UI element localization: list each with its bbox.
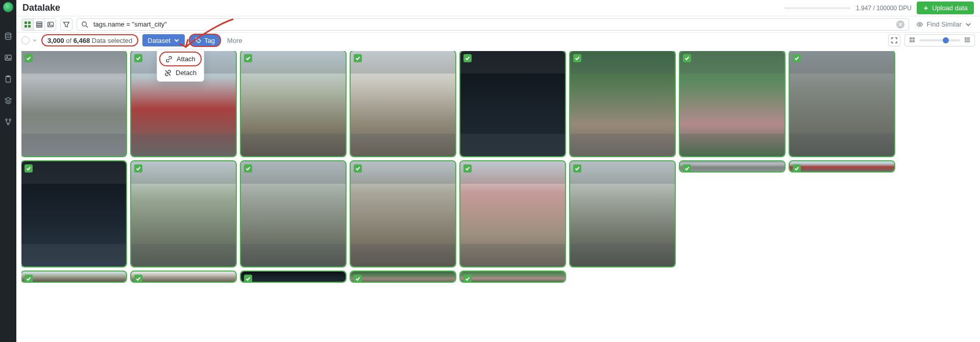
more-button[interactable]: More [225,37,244,44]
card-checkbox[interactable] [244,54,252,62]
gallery-card[interactable] [241,51,346,156]
toolbar-row: 3,000 of 6,468 Data selected Dataset Tag… [16,33,980,48]
card-checkbox[interactable] [354,164,362,173]
gallery-card[interactable] [790,161,894,172]
gallery-card[interactable] [131,161,236,266]
svg-rect-10 [24,25,27,28]
svg-rect-32 [968,41,970,42]
gallery-card[interactable] [460,161,565,266]
find-similar-button[interactable]: Find Similar [913,20,975,28]
card-checkbox[interactable] [244,275,252,282]
svg-rect-30 [965,41,966,42]
tag-attach-item[interactable]: Attach [159,52,202,66]
gallery-card[interactable] [241,272,346,282]
zoom-large-icon[interactable] [964,36,970,45]
gallery-card[interactable] [790,51,894,156]
tag-button-label: Tag [204,37,215,44]
card-checkbox[interactable] [24,164,33,173]
selection-count-pill: 3,000 of 6,468 Data selected [41,34,138,46]
card-checkbox[interactable] [573,54,581,62]
svg-rect-24 [965,37,966,39]
gallery-card[interactable] [241,161,346,266]
nav-image-icon[interactable] [4,53,13,62]
svg-rect-9 [28,21,31,24]
nav-branch-icon[interactable] [4,117,13,127]
card-checkbox[interactable] [683,54,691,62]
fullscreen-button[interactable] [888,34,900,46]
card-checkbox[interactable] [463,54,472,62]
filter-button[interactable] [60,18,72,31]
thumbnail-size-control [904,34,975,46]
gallery-card[interactable] [570,51,675,156]
top-bar: Datalake 1.947 / 100000 DPU Upload data [16,0,980,16]
dpu-usage-text: 1.947 / 100000 DPU [856,5,912,12]
tag-detach-item[interactable]: Detach [159,66,202,79]
view-mode-toggle [21,18,56,31]
zoom-small-icon[interactable] [909,36,915,45]
card-checkbox[interactable] [244,164,252,173]
gallery-card[interactable] [21,272,126,282]
left-nav-rail [0,0,16,342]
card-checkbox[interactable] [134,275,142,282]
svg-point-19 [197,39,198,40]
svg-rect-26 [968,37,970,39]
gallery-card[interactable] [460,272,565,282]
nav-layers-icon[interactable] [4,96,13,105]
tag-button[interactable]: Tag [189,34,221,47]
svg-rect-22 [910,40,912,43]
card-checkbox[interactable] [463,164,472,173]
gallery-card[interactable] [131,272,236,282]
gallery-card[interactable] [570,161,675,266]
gallery-card[interactable] [351,161,455,266]
select-all-toggle[interactable] [21,36,30,44]
gallery-card[interactable] [680,161,785,172]
thumbnail-size-slider[interactable] [919,39,960,41]
svg-point-18 [919,23,921,25]
card-checkbox[interactable] [683,164,691,172]
tag-attach-label: Attach [177,55,195,63]
search-row: Find Similar [16,16,980,33]
search-input[interactable] [92,20,892,29]
svg-point-16 [49,23,50,24]
upload-data-button[interactable]: Upload data [917,2,974,14]
dataset-button[interactable]: Dataset [142,34,185,46]
card-checkbox[interactable] [573,164,581,173]
selection-count: 3,000 [47,37,64,44]
card-checkbox[interactable] [24,54,33,62]
card-checkbox[interactable] [24,275,33,282]
dpu-usage-bar [785,7,851,9]
card-checkbox[interactable] [793,164,801,172]
view-list-button[interactable] [33,19,44,30]
gallery-card[interactable] [460,51,565,156]
svg-rect-14 [36,26,42,28]
tag-detach-label: Detach [176,69,197,77]
search-icon [81,21,88,28]
gallery-card[interactable] [351,272,455,282]
search-clear-button[interactable] [896,20,904,29]
gallery-card[interactable] [351,51,455,156]
card-checkbox[interactable] [463,275,472,282]
svg-point-17 [82,21,86,26]
card-checkbox[interactable] [354,54,362,62]
upload-data-label: Upload data [932,4,968,12]
gallery-card[interactable] [680,51,785,156]
svg-rect-27 [965,39,966,41]
view-grid-button[interactable] [22,19,33,30]
select-all-menu[interactable] [32,38,37,43]
selection-total: 6,468 [74,37,90,44]
view-thumb-button[interactable] [44,19,56,30]
svg-point-0 [6,33,11,35]
card-checkbox[interactable] [793,54,801,62]
unlink-icon [164,69,172,77]
card-checkbox[interactable] [354,275,362,282]
gallery-card[interactable] [21,51,126,156]
svg-rect-28 [967,39,968,41]
nav-clipboard-icon[interactable] [4,75,13,84]
card-checkbox[interactable] [134,164,142,173]
gallery-card[interactable] [21,161,126,266]
svg-rect-12 [36,22,42,23]
tag-dropdown: Attach Detach [157,49,204,82]
card-checkbox[interactable] [134,54,142,62]
svg-rect-31 [967,41,968,42]
nav-database-icon[interactable] [4,32,13,41]
